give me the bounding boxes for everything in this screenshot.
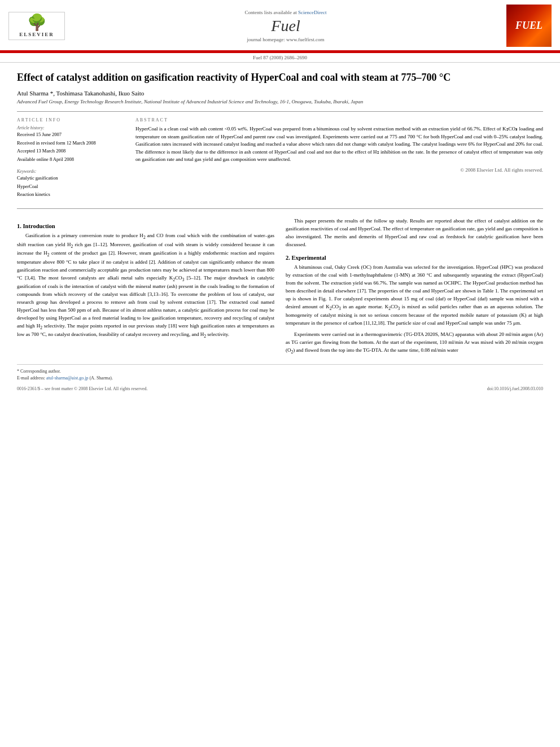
authors-line: Atul Sharma *, Toshimasa Takanohashi, Ik… — [17, 90, 543, 97]
keyword-3: Reaction kinetics — [17, 190, 124, 198]
section1-right-para1: This paper presents the results of the f… — [286, 217, 543, 249]
body-left-col: 1. Introduction Gasification is a primar… — [17, 217, 274, 359]
journal-title: Fuel — [271, 17, 300, 35]
affiliation-line: Advanced Fuel Group, Energy Technology R… — [17, 99, 543, 104]
header-divider — [0, 50, 560, 52]
keyword-2: HyperCoal — [17, 182, 124, 190]
info-abstract-section: ARTICLE INFO Article history: Received 1… — [17, 117, 543, 204]
fuel-logo-label: FUEL — [515, 20, 542, 32]
main-content: Effect of catalyst addition on gasificat… — [0, 63, 560, 400]
article-info-header: ARTICLE INFO — [17, 117, 124, 123]
section1-para1: Gasification is a primary conversion rou… — [17, 232, 274, 339]
section2-number: 2. — [286, 255, 290, 261]
footer-area: * Corresponding author. E-mail address: … — [17, 364, 543, 391]
sciencedirect-line: Contents lists available at ScienceDirec… — [245, 10, 327, 15]
elsevier-logo: 🌳 ELSEVIER — [6, 5, 68, 47]
history-label: Article history: — [17, 125, 124, 130]
footer-issn: 0016-2361/$ – see front matter © 2008 El… — [17, 386, 148, 391]
fuel-logo-image: FUEL — [506, 5, 552, 47]
fuel-logo-box: FUEL — [504, 5, 554, 47]
keyword-1: Catalytic gasification — [17, 174, 124, 182]
footnote-email-suffix: (A. Sharma). — [89, 375, 113, 381]
abstract-col: ABSTRACT HyperCoal is a clean coal with … — [135, 117, 543, 204]
received-date: Received 15 June 2007 — [17, 130, 124, 138]
body-right-col: This paper presents the results of the f… — [286, 217, 543, 359]
section2-para2: Experiments were carried out in a thermo… — [286, 331, 543, 355]
accepted-date: Accepted 13 March 2008 — [17, 147, 124, 155]
rule-1 — [17, 111, 543, 112]
section1-label: Introduction — [23, 223, 55, 229]
page-header: 🌳 ELSEVIER Contents lists available at S… — [0, 0, 560, 53]
section2-label: Experimental — [292, 255, 326, 261]
journal-header-center: Contents lists available at ScienceDirec… — [68, 5, 504, 47]
keywords-label: Keywords: — [17, 169, 124, 174]
footnote-email-line: E-mail address: atul-sharma@aist.go.jp (… — [17, 375, 543, 382]
article-history: Article history: Received 15 June 2007 R… — [17, 125, 124, 163]
footer-bottom: 0016-2361/$ – see front matter © 2008 El… — [17, 386, 543, 391]
footnote-star: * Corresponding author. — [17, 368, 543, 375]
section1-number: 1. — [17, 223, 21, 229]
contents-available-text: Contents lists available at — [245, 10, 297, 15]
section2-title: 2. Experimental — [286, 255, 543, 261]
body-content: 1. Introduction Gasification is a primar… — [17, 217, 543, 359]
keywords-section: Keywords: Catalytic gasification HyperCo… — [17, 169, 124, 198]
section1-title: 1. Introduction — [17, 223, 274, 229]
citation-line: Fuel 87 (2008) 2686–2690 — [0, 53, 560, 63]
copyright-line: © 2008 Elsevier Ltd. All rights reserved… — [135, 167, 543, 173]
sciencedirect-link[interactable]: ScienceDirect — [298, 10, 326, 15]
footnote-corresponding: * Corresponding author. — [17, 369, 61, 374]
rule-2 — [17, 208, 543, 209]
section2-para1: A bituminous coal, Oaky Creek (OC) from … — [286, 264, 543, 327]
tree-icon: 🌳 — [12, 15, 61, 30]
abstract-header: ABSTRACT — [135, 117, 543, 123]
footnote-email: atul-sharma@aist.go.jp — [46, 375, 88, 381]
footer-doi: doi:10.1016/j.fuel.2008.03.010 — [487, 386, 543, 391]
footnote-email-label: E-mail address: — [17, 375, 45, 381]
journal-homepage: journal homepage: www.fuelfirst.com — [247, 37, 325, 42]
available-date: Available online 8 April 2008 — [17, 155, 124, 163]
body-two-col: 1. Introduction Gasification is a primar… — [17, 217, 543, 359]
article-title: Effect of catalyst addition on gasificat… — [17, 71, 543, 84]
article-info-col: ARTICLE INFO Article history: Received 1… — [17, 117, 124, 204]
abstract-text: HyperCoal is a clean coal with ash conte… — [135, 125, 543, 164]
revised-date: Received in revised form 12 March 2008 — [17, 139, 124, 147]
elsevier-label: ELSEVIER — [12, 32, 61, 37]
